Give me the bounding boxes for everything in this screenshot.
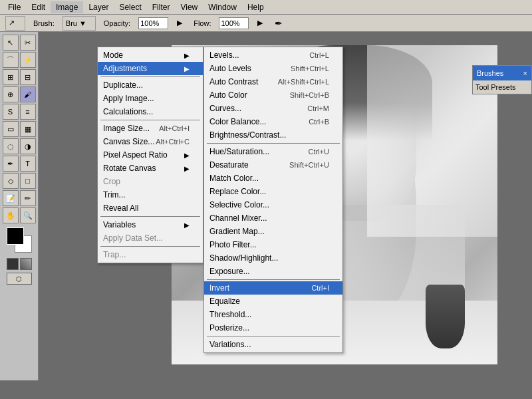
opacity-label: Opacity: [101, 19, 133, 27]
screen-mode[interactable]: ⬡ [7, 273, 32, 285]
adj-threshold[interactable]: Threshold... [204, 308, 342, 321]
tool-notes[interactable]: 📝 [3, 190, 19, 206]
tool-eyedropper[interactable]: ✏ [20, 190, 36, 206]
menu-variables[interactable]: Variables ▶ [98, 218, 203, 231]
menu-reveal-all[interactable]: Reveal All [98, 201, 203, 215]
menu-filter[interactable]: Filter [147, 1, 176, 13]
adj-curves[interactable]: Curves... Ctrl+M [204, 102, 342, 115]
adj-match-color[interactable]: Match Color... [204, 172, 342, 185]
airbrush-btn[interactable]: ✒ [271, 16, 286, 31]
adj-selective-color[interactable]: Selective Color... [204, 198, 342, 211]
menu-rotate-canvas[interactable]: Rotate Canvas ▶ [98, 162, 203, 175]
adj-photo-filter[interactable]: Photo Filter... [204, 238, 342, 251]
menu-duplicate[interactable]: Duplicate... [98, 78, 203, 92]
tool-gradient[interactable]: ▦ [20, 121, 36, 137]
quick-mask-on[interactable] [20, 258, 32, 270]
flow-input[interactable] [219, 17, 249, 29]
menu-calculations[interactable]: Calculations... [98, 105, 203, 118]
adj-replace-color[interactable]: Replace Color... [204, 185, 342, 198]
adj-channel-mixer[interactable]: Channel Mixer... [204, 211, 342, 225]
tool-clone[interactable]: S [3, 104, 19, 120]
adj-sep2 [207, 279, 340, 280]
main-area: ↖ ✂ ⌒ ⚡ ⊞ ⊟ ⊕ 🖌 S ≡ ▭ ▦ ◌ ◑ ✒ T [0, 32, 532, 380]
menu-trim[interactable]: Trim... [98, 188, 203, 201]
tool-text[interactable]: T [20, 156, 36, 172]
adj-auto-color[interactable]: Auto Color Shift+Ctrl+B [204, 88, 342, 102]
adj-shadow-highlight[interactable]: Shadow/Highlight... [204, 251, 342, 265]
sep2 [100, 120, 200, 120]
adj-auto-contrast[interactable]: Auto Contrast Alt+Shift+Ctrl+L [204, 75, 342, 88]
tool-move[interactable]: ↖ [3, 35, 19, 51]
tool-zoom[interactable]: 🔍 [20, 207, 36, 223]
menu-layer[interactable]: Layer [83, 1, 114, 13]
opacity-input[interactable] [138, 17, 168, 29]
tool-slice[interactable]: ⊟ [20, 69, 36, 85]
tool-crop[interactable]: ⊞ [3, 69, 19, 85]
adj-levels[interactable]: Levels... Ctrl+L [204, 49, 342, 62]
tool-preset-picker[interactable]: ↗ [5, 16, 25, 31]
menu-trap: Trap... [98, 248, 203, 261]
tool-eraser[interactable]: ▭ [3, 121, 19, 137]
color-selector[interactable] [7, 227, 32, 253]
flow-arrow[interactable]: ▶ [254, 16, 266, 31]
flow-label: Flow: [191, 19, 213, 27]
menu-canvas-size[interactable]: Canvas Size... Alt+Ctrl+C [98, 135, 203, 148]
options-bar: ↗ Brush: Bru ▼ Opacity: ▶ Flow: ▶ ✒ [0, 15, 532, 32]
menu-mode[interactable]: Mode ▶ [98, 49, 203, 62]
opacity-arrow[interactable]: ▶ [174, 16, 186, 31]
tool-healing[interactable]: ⊕ [3, 86, 19, 102]
menu-apply-image[interactable]: Apply Image... [98, 92, 203, 105]
adj-exposure[interactable]: Exposure... [204, 265, 342, 278]
brush-label: Brush: [31, 19, 57, 27]
sep1 [100, 76, 200, 77]
toolbox: ↖ ✂ ⌒ ⚡ ⊞ ⊟ ⊕ 🖌 S ≡ ▭ ▦ ◌ ◑ ✒ T [0, 32, 39, 380]
quick-mask-off[interactable] [7, 258, 19, 270]
brushes-panel-title: Brushes × [473, 66, 531, 80]
adj-color-balance[interactable]: Color Balance... Ctrl+B [204, 115, 342, 128]
menu-image[interactable]: Image [51, 1, 83, 13]
menu-image-size[interactable]: Image Size... Alt+Ctrl+I [98, 122, 203, 135]
tool-brush[interactable]: 🖌 [20, 86, 36, 102]
menu-apply-data-set: Apply Data Set... [98, 231, 203, 245]
menu-crop: Crop [98, 175, 203, 188]
image-menu: Mode ▶ Adjustments ▶ Duplicate... Apply … [97, 47, 203, 263]
menu-edit[interactable]: Edit [26, 1, 51, 13]
adj-variations[interactable]: Variations... [204, 338, 342, 351]
tool-pen[interactable]: ✒ [3, 156, 19, 172]
adj-auto-levels[interactable]: Auto Levels Shift+Ctrl+L [204, 62, 342, 75]
adj-sep3 [207, 336, 340, 336]
tool-history[interactable]: ≡ [20, 104, 36, 120]
menu-file[interactable]: File [3, 1, 26, 13]
tool-lasso[interactable]: ⌒ [3, 52, 19, 68]
canvas-area: Mode ▶ Adjustments ▶ Duplicate... Apply … [39, 32, 532, 380]
foreground-color[interactable] [7, 227, 24, 245]
brushes-close-btn[interactable]: × [523, 69, 527, 77]
adj-invert[interactable]: Invert Ctrl+I [204, 281, 342, 295]
brushes-content: Tool Presets [473, 80, 531, 94]
tool-path[interactable]: ◇ [3, 173, 19, 189]
adj-sep1 [207, 143, 340, 144]
adj-posterize[interactable]: Posterize... [204, 321, 342, 334]
adj-brightness-contrast[interactable]: Brightness/Contrast... [204, 128, 342, 142]
menu-adjustments[interactable]: Adjustments ▶ [98, 62, 203, 75]
menu-window[interactable]: Window [203, 1, 242, 13]
menu-select[interactable]: Select [114, 1, 146, 13]
adjustments-menu: Levels... Ctrl+L Auto Levels Shift+Ctrl+… [203, 47, 343, 353]
sep4 [100, 246, 200, 247]
menu-bar: File Edit Image Layer Select Filter View… [0, 0, 532, 15]
menu-help[interactable]: Help [242, 1, 269, 13]
tool-selection[interactable]: ✂ [20, 35, 36, 51]
brush-picker[interactable]: Bru ▼ [63, 16, 96, 31]
tool-hand[interactable]: ✋ [3, 207, 19, 223]
adj-hue-saturation[interactable]: Hue/Saturation... Ctrl+U [204, 145, 342, 158]
sep3 [100, 216, 200, 217]
tool-dodge[interactable]: ◑ [20, 138, 36, 154]
tool-shape[interactable]: □ [20, 173, 36, 189]
tool-blur[interactable]: ◌ [3, 138, 19, 154]
adj-gradient-map[interactable]: Gradient Map... [204, 225, 342, 238]
menu-view[interactable]: View [175, 1, 203, 13]
menu-pixel-aspect[interactable]: Pixel Aspect Ratio ▶ [98, 148, 203, 162]
adj-equalize[interactable]: Equalize [204, 295, 342, 308]
adj-desaturate[interactable]: Desaturate Shift+Ctrl+U [204, 158, 342, 172]
tool-wand[interactable]: ⚡ [20, 52, 36, 68]
